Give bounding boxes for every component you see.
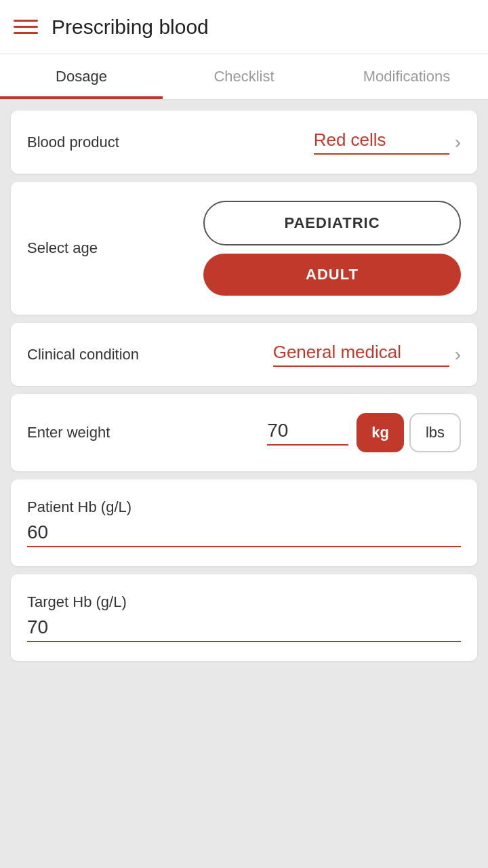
blood-product-chevron-icon: › xyxy=(455,132,461,153)
clinical-condition-label: Clinical condition xyxy=(27,346,139,363)
clinical-condition-value-wrap[interactable]: General medical › xyxy=(273,342,461,367)
blood-product-card: Blood product Red cells › xyxy=(11,111,477,174)
patient-hb-row: Patient Hb (g/L) 60 xyxy=(27,498,461,547)
lbs-button[interactable]: lbs xyxy=(409,413,461,452)
tab-bar: Dosage Checklist Modifications xyxy=(0,54,488,100)
clinical-condition-chevron-icon: › xyxy=(455,344,461,366)
page-title: Prescribing blood xyxy=(52,16,209,39)
app-header: Prescribing blood xyxy=(0,0,488,54)
kg-button[interactable]: kg xyxy=(357,413,404,452)
clinical-condition-value: General medical xyxy=(273,342,449,367)
target-hb-value[interactable]: 70 xyxy=(27,616,461,642)
unit-buttons: kg lbs xyxy=(357,413,461,452)
target-hb-row: Target Hb (g/L) 70 xyxy=(27,593,461,642)
patient-hb-label: Patient Hb (g/L) xyxy=(27,498,461,516)
adult-button[interactable]: ADULT xyxy=(203,254,461,296)
tab-checklist[interactable]: Checklist xyxy=(163,54,325,99)
patient-hb-value[interactable]: 60 xyxy=(27,521,461,547)
blood-product-value-wrap[interactable]: Red cells › xyxy=(314,130,461,155)
menu-button[interactable] xyxy=(14,15,38,39)
age-buttons: PAEDIATRIC ADULT xyxy=(203,201,461,296)
select-age-row: Select age PAEDIATRIC ADULT xyxy=(27,201,461,296)
target-hb-label: Target Hb (g/L) xyxy=(27,593,461,611)
select-age-label: Select age xyxy=(27,239,98,257)
weight-value[interactable]: 70 xyxy=(267,420,348,446)
clinical-condition-row: Clinical condition General medical › xyxy=(27,342,461,367)
weight-row: Enter weight 70 kg lbs xyxy=(27,413,461,452)
blood-product-label: Blood product xyxy=(27,134,119,151)
tab-dosage[interactable]: Dosage xyxy=(0,54,163,99)
blood-product-value: Red cells xyxy=(314,130,449,155)
target-hb-card: Target Hb (g/L) 70 xyxy=(11,574,477,661)
select-age-card: Select age PAEDIATRIC ADULT xyxy=(11,182,477,315)
enter-weight-card: Enter weight 70 kg lbs xyxy=(11,394,477,471)
tab-modifications[interactable]: Modifications xyxy=(325,54,488,99)
enter-weight-label: Enter weight xyxy=(27,424,110,441)
paediatric-button[interactable]: PAEDIATRIC xyxy=(203,201,461,245)
patient-hb-card: Patient Hb (g/L) 60 xyxy=(11,479,477,566)
main-content: Blood product Red cells › Select age PAE… xyxy=(0,100,488,672)
clinical-condition-card: Clinical condition General medical › xyxy=(11,323,477,386)
weight-input-wrap: 70 kg lbs xyxy=(267,413,461,452)
blood-product-row: Blood product Red cells › xyxy=(27,130,461,155)
